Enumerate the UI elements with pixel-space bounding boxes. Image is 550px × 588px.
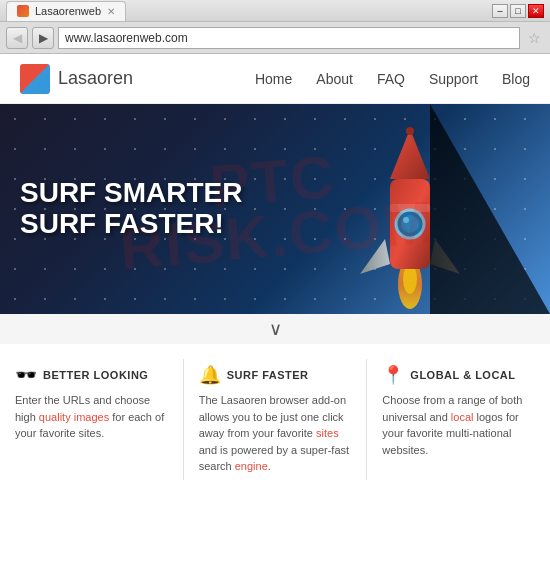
divider-1 bbox=[183, 359, 184, 480]
feature-title-1: BETTER LOOKING bbox=[43, 369, 148, 381]
quality-images-link[interactable]: quality images bbox=[39, 411, 109, 423]
forward-button[interactable]: ▶ bbox=[32, 27, 54, 49]
feature-header-2: 🔔 SURF FASTER bbox=[199, 364, 352, 386]
logo-icon bbox=[20, 64, 50, 94]
url-input[interactable]: www.lasaorenweb.com bbox=[58, 27, 520, 49]
sunglasses-icon: 🕶️ bbox=[15, 364, 37, 386]
engine-link[interactable]: engine bbox=[235, 460, 268, 472]
divider-2 bbox=[366, 359, 367, 480]
location-pin-icon: 📍 bbox=[382, 364, 404, 386]
svg-point-6 bbox=[401, 215, 419, 233]
svg-point-9 bbox=[406, 127, 414, 135]
nav-faq[interactable]: FAQ bbox=[377, 71, 405, 87]
local-link[interactable]: local bbox=[451, 411, 474, 423]
browser-tab[interactable]: Lasaorenweb ✕ bbox=[6, 1, 126, 21]
window-controls: – □ ✕ bbox=[492, 4, 544, 18]
tab-title: Lasaorenweb bbox=[35, 5, 101, 17]
back-button[interactable]: ◀ bbox=[6, 27, 28, 49]
tab-favicon bbox=[17, 5, 29, 17]
feature-header-3: 📍 GLOBAL & LOCAL bbox=[382, 364, 535, 386]
nav-about[interactable]: About bbox=[316, 71, 353, 87]
url-text: www.lasaorenweb.com bbox=[65, 31, 188, 45]
bookmark-button[interactable]: ☆ bbox=[524, 28, 544, 48]
feature-title-2: SURF FASTER bbox=[227, 369, 309, 381]
feature-text-3: Choose from a range of both universal an… bbox=[382, 392, 535, 458]
nav-links: Home About FAQ Support Blog bbox=[255, 71, 530, 87]
address-bar: ◀ ▶ www.lasaorenweb.com ☆ bbox=[0, 22, 550, 54]
nav-support[interactable]: Support bbox=[429, 71, 478, 87]
hero-title-line2: SURF FASTER! bbox=[20, 209, 242, 240]
svg-rect-10 bbox=[390, 204, 430, 212]
svg-marker-2 bbox=[360, 239, 390, 274]
chevron-down-icon: ∨ bbox=[269, 318, 282, 340]
logo-text: Lasaoren bbox=[58, 68, 133, 89]
features-section: 🕶️ BETTER LOOKING Enter the URLs and cho… bbox=[0, 344, 550, 495]
site-logo: Lasaoren bbox=[20, 64, 133, 94]
tab-close-button[interactable]: ✕ bbox=[107, 6, 115, 17]
minimize-button[interactable]: – bbox=[492, 4, 508, 18]
svg-point-7 bbox=[403, 217, 409, 223]
site-nav: Lasaoren Home About FAQ Support Blog bbox=[0, 54, 550, 104]
feature-text-1: Enter the URLs and choose high quality i… bbox=[15, 392, 168, 442]
feature-text-2: The Lasaoren browser add-on allows you t… bbox=[199, 392, 352, 475]
sites-link[interactable]: sites bbox=[316, 427, 339, 439]
hero-section: PTCRISK.COM SURF SMARTER SURF FASTER! bbox=[0, 104, 550, 314]
titlebar: Lasaorenweb ✕ – □ ✕ bbox=[0, 0, 550, 22]
feature-better-looking: 🕶️ BETTER LOOKING Enter the URLs and cho… bbox=[10, 359, 173, 480]
site-content: Lasaoren Home About FAQ Support Blog PTC… bbox=[0, 54, 550, 588]
hero-overlay bbox=[430, 104, 550, 314]
hero-text: SURF SMARTER SURF FASTER! bbox=[0, 158, 262, 260]
feature-title-3: GLOBAL & LOCAL bbox=[410, 369, 515, 381]
scroll-indicator[interactable]: ∨ bbox=[0, 314, 550, 344]
feature-surf-faster: 🔔 SURF FASTER The Lasaoren browser add-o… bbox=[194, 359, 357, 480]
nav-blog[interactable]: Blog bbox=[502, 71, 530, 87]
feature-global-local: 📍 GLOBAL & LOCAL Choose from a range of … bbox=[377, 359, 540, 480]
hero-title-line1: SURF SMARTER bbox=[20, 178, 242, 209]
feature-header-1: 🕶️ BETTER LOOKING bbox=[15, 364, 168, 386]
maximize-button[interactable]: □ bbox=[510, 4, 526, 18]
nav-home[interactable]: Home bbox=[255, 71, 292, 87]
bell-icon: 🔔 bbox=[199, 364, 221, 386]
svg-marker-8 bbox=[390, 129, 430, 179]
close-button[interactable]: ✕ bbox=[528, 4, 544, 18]
